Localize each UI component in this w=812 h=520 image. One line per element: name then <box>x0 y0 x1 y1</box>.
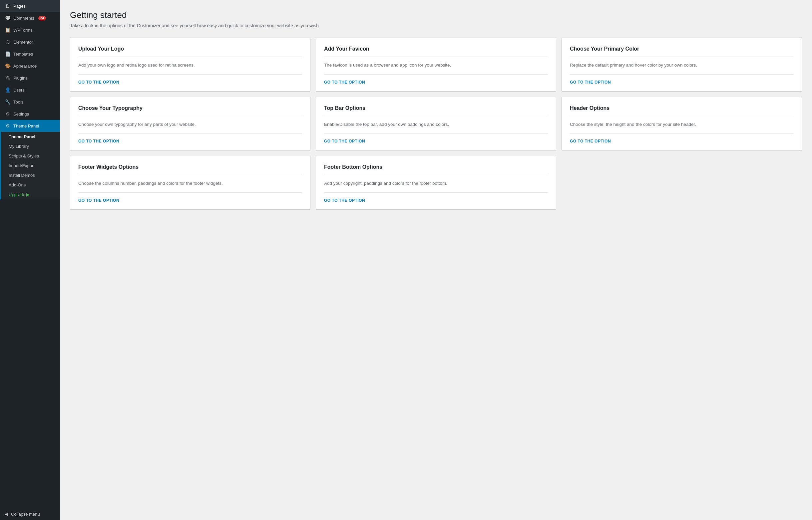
card-upload-logo: Upload Your Logo Add your own logo and r… <box>70 37 310 92</box>
sidebar-item-users[interactable]: 👤 Users <box>0 84 60 96</box>
sidebar-item-pages[interactable]: 🗋 Pages <box>0 0 60 12</box>
sidebar-item-appearance[interactable]: 🎨 Appearance <box>0 60 60 72</box>
card-title: Top Bar Options <box>324 105 548 116</box>
card-title: Footer Widgets Options <box>78 164 302 175</box>
submenu-item-add-ons[interactable]: Add-Ons <box>1 180 60 190</box>
card-add-favicon: Add Your Favicon The favicon is used as … <box>316 37 556 92</box>
templates-icon: 📄 <box>5 51 11 57</box>
card-link-primary-color[interactable]: GO TO THE OPTION <box>570 80 794 84</box>
card-description: Add your own logo and retina logo used f… <box>78 61 302 75</box>
card-title: Header Options <box>570 105 794 116</box>
tools-icon: 🔧 <box>5 99 11 105</box>
appearance-icon: 🎨 <box>5 63 11 69</box>
card-description: Choose the columns number, paddings and … <box>78 180 302 193</box>
card-primary-color: Choose Your Primary Color Replace the de… <box>561 37 802 92</box>
page-subtitle: Take a look in the options of the Custom… <box>70 23 802 28</box>
submenu-item-theme-panel[interactable]: Theme Panel <box>1 132 60 141</box>
card-description: Replace the default primary and hover co… <box>570 61 794 75</box>
sidebar-item-templates[interactable]: 📄 Templates <box>0 48 60 60</box>
sidebar: 🗋 Pages 💬 Comments 24 📋 WPForms ⬡ Elemen… <box>0 0 60 520</box>
card-title: Choose Your Primary Color <box>570 46 794 57</box>
card-footer-widgets: Footer Widgets Options Choose the column… <box>70 156 310 210</box>
card-link-footer-bottom[interactable]: GO TO THE OPTION <box>324 198 548 203</box>
card-description: Choose the style, the height and the col… <box>570 121 794 134</box>
sidebar-item-settings[interactable]: ⚙ Settings <box>0 108 60 120</box>
cards-row-1: Upload Your Logo Add your own logo and r… <box>70 37 802 92</box>
sidebar-item-label: WPForms <box>13 28 33 33</box>
card-description: Add your copyright, paddings and colors … <box>324 180 548 193</box>
active-arrow <box>53 124 55 128</box>
card-top-bar: Top Bar Options Enable/Disable the top b… <box>316 97 556 151</box>
sidebar-item-label: Plugins <box>13 76 28 81</box>
card-link-top-bar[interactable]: GO TO THE OPTION <box>324 139 548 144</box>
sidebar-item-label: Comments <box>13 16 34 21</box>
collapse-icon: ◀ <box>5 511 8 517</box>
sidebar-item-tools[interactable]: 🔧 Tools <box>0 96 60 108</box>
sidebar-item-label: Tools <box>13 100 23 105</box>
sidebar-item-label: Theme Panel <box>13 124 39 129</box>
card-link-add-favicon[interactable]: GO TO THE OPTION <box>324 80 548 84</box>
card-title: Add Your Favicon <box>324 46 548 57</box>
theme-panel-submenu: Theme Panel My Library Scripts & Styles … <box>0 132 60 200</box>
theme-panel-icon: ⚙ <box>5 123 11 129</box>
card-title: Footer Bottom Options <box>324 164 548 175</box>
pages-icon: 🗋 <box>5 3 11 9</box>
collapse-label: Collapse menu <box>11 512 40 517</box>
sidebar-item-label: Templates <box>13 52 33 57</box>
sidebar-item-label: Appearance <box>13 63 36 69</box>
card-link-typography[interactable]: GO TO THE OPTION <box>78 139 302 144</box>
settings-icon: ⚙ <box>5 111 11 117</box>
sidebar-item-label: Users <box>13 87 25 93</box>
submenu-item-install-demos[interactable]: Install Demos <box>1 171 60 180</box>
plugins-icon: 🔌 <box>5 75 11 81</box>
sidebar-item-comments[interactable]: 💬 Comments 24 <box>0 12 60 24</box>
sidebar-item-elementor[interactable]: ⬡ Elementor <box>0 36 60 48</box>
page-title: Getting started <box>70 10 802 20</box>
submenu-item-import-export[interactable]: Import/Export <box>1 161 60 171</box>
card-description: Enable/Disable the top bar, add your own… <box>324 121 548 134</box>
card-header-options: Header Options Choose the style, the hei… <box>561 97 802 151</box>
card-description: Choose your own typography for any parts… <box>78 121 302 134</box>
users-icon: 👤 <box>5 87 11 93</box>
wpforms-icon: 📋 <box>5 27 11 33</box>
card-typography: Choose Your Typography Choose your own t… <box>70 97 310 151</box>
cards-row-3: Footer Widgets Options Choose the column… <box>70 156 802 210</box>
sidebar-item-label: Pages <box>13 4 26 9</box>
sidebar-item-theme-panel[interactable]: ⚙ Theme Panel <box>0 120 60 132</box>
elementor-icon: ⬡ <box>5 39 11 45</box>
comments-badge: 24 <box>38 16 46 20</box>
collapse-menu-button[interactable]: ◀ Collapse menu <box>0 508 60 520</box>
sidebar-item-plugins[interactable]: 🔌 Plugins <box>0 72 60 84</box>
sidebar-item-wpforms[interactable]: 📋 WPForms <box>0 24 60 36</box>
sidebar-item-label: Settings <box>13 111 29 116</box>
submenu-item-upgrade[interactable]: Upgrade ▶ <box>1 190 60 200</box>
card-title: Choose Your Typography <box>78 105 302 116</box>
cards-row-2: Choose Your Typography Choose your own t… <box>70 97 802 151</box>
card-link-footer-widgets[interactable]: GO TO THE OPTION <box>78 198 302 203</box>
card-title: Upload Your Logo <box>78 46 302 57</box>
submenu-item-my-library[interactable]: My Library <box>1 141 60 151</box>
sidebar-item-label: Elementor <box>13 40 33 45</box>
empty-card-placeholder <box>561 156 802 210</box>
card-description: The favicon is used as a browser and app… <box>324 61 548 75</box>
comments-icon: 💬 <box>5 15 11 21</box>
submenu-item-scripts-styles[interactable]: Scripts & Styles <box>1 151 60 161</box>
card-link-header-options[interactable]: GO TO THE OPTION <box>570 139 794 144</box>
card-link-upload-logo[interactable]: GO TO THE OPTION <box>78 80 302 84</box>
card-footer-bottom: Footer Bottom Options Add your copyright… <box>316 156 556 210</box>
main-content: Getting started Take a look in the optio… <box>60 0 812 520</box>
